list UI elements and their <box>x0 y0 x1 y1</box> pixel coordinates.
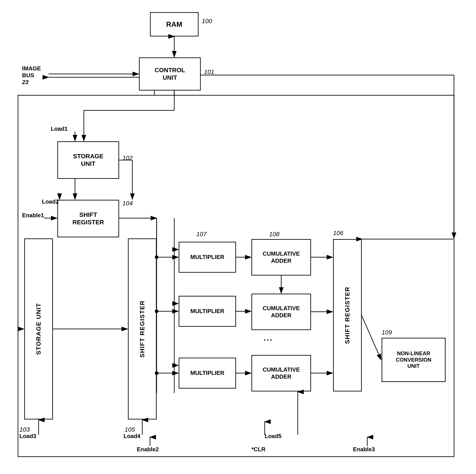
nonlinear-ref: 109 <box>382 329 392 336</box>
dots-label: ... <box>264 333 273 343</box>
control-unit-ref: 101 <box>204 69 214 75</box>
load3-label: Load3 <box>19 433 36 439</box>
enable2-label: Enable2 <box>137 446 159 453</box>
shift-register-top-ref: 104 <box>122 200 133 207</box>
cum-adder1-box: CUMULATIVEADDER <box>252 239 311 275</box>
ram-ref: 100 <box>202 18 212 25</box>
shift-register-out-ref: 106 <box>333 230 343 237</box>
load2-label: Load2 <box>42 198 59 205</box>
load4-label: Load4 <box>123 433 140 439</box>
shift-register-top-box: SHIFTREGISTER <box>57 200 119 237</box>
cum-adder-ref: 108 <box>269 231 279 238</box>
load1-label: Load1 <box>51 125 68 132</box>
enable3-label: Enable3 <box>353 446 375 453</box>
storage-unit-top-ref: 102 <box>122 155 133 162</box>
storage-unit-main-ref: 103 <box>19 426 30 433</box>
shift-register-out-box: SHIFT REGISTER <box>333 239 362 391</box>
ram-box: RAM <box>150 12 199 36</box>
shift-register-main-box: SHIFT REGISTER <box>128 238 157 419</box>
storage-unit-main-box: STORAGE UNIT <box>24 238 53 419</box>
multiplier1-box: MULTIPLIER <box>179 242 236 273</box>
multiplier3-box: MULTIPLIER <box>179 358 236 389</box>
enable1-label: Enable1 <box>22 212 44 219</box>
load5-label: Load5 <box>265 433 282 439</box>
multiplier2-box: MULTIPLIER <box>179 296 236 327</box>
shift-register-main-ref: 105 <box>125 426 135 433</box>
image-bus-label: IMAGEBUS23 <box>22 65 41 86</box>
control-unit-box: CONTROLUNIT <box>139 57 201 91</box>
clr-label: *CLR <box>252 446 266 453</box>
storage-unit-top-box: STORAGEUNIT <box>57 141 119 179</box>
multiplier-ref: 107 <box>196 231 207 238</box>
cum-adder2-box: CUMULATIVEADDER <box>252 294 311 330</box>
cum-adder3-box: CUMULATIVEADDER <box>252 355 311 391</box>
diagram: RAM 100 CONTROLUNIT 101 IMAGEBUS23 STORA… <box>0 0 476 474</box>
nonlinear-box: NON-LINEARCONVERSIONUNIT <box>382 338 445 382</box>
